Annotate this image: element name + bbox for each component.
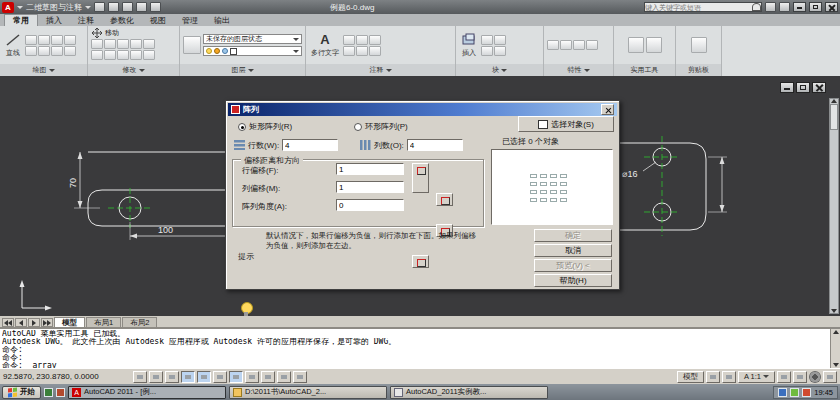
layer-on-bulb-icon[interactable] — [206, 48, 212, 54]
paste-icon[interactable] — [691, 37, 707, 53]
polar-array-option[interactable]: 环形阵列(P) — [354, 121, 408, 132]
tray-icon[interactable] — [802, 388, 811, 397]
canvas-vertical-scrollbar[interactable] — [829, 98, 839, 314]
lineweight-toggle[interactable] — [277, 371, 291, 383]
snap-toggle[interactable] — [133, 371, 147, 383]
command-scrollbar[interactable] — [830, 329, 840, 368]
row-offset-input[interactable] — [336, 163, 404, 175]
columns-input[interactable] — [407, 139, 463, 151]
taskbar-item-explorer[interactable]: D:\2011书\AutoCAD_2... — [229, 386, 387, 399]
panel-caption-layers[interactable]: 图层 — [180, 64, 305, 76]
dimension-icon[interactable] — [343, 35, 355, 45]
panel-caption-utilities[interactable]: 实用工具 — [614, 64, 675, 76]
maximize-button[interactable] — [809, 2, 822, 12]
last-tab-button[interactable] — [41, 318, 53, 327]
panel-caption-modify[interactable]: 修改 — [88, 64, 179, 76]
scale-icon[interactable] — [104, 50, 116, 60]
polar-toggle[interactable] — [181, 371, 195, 383]
rectangular-array-option[interactable]: 矩形阵列(R) — [238, 121, 292, 132]
quick-properties-toggle[interactable] — [293, 371, 307, 383]
close-button[interactable] — [825, 2, 838, 12]
next-tab-button[interactable] — [28, 318, 40, 327]
radio-icon[interactable] — [354, 123, 362, 131]
tab-output[interactable]: 输出 — [206, 14, 238, 26]
layer-lock-icon[interactable] — [222, 48, 228, 54]
fillet-icon[interactable] — [117, 39, 129, 49]
panel-caption-block[interactable]: 块 — [456, 64, 543, 76]
ok-button[interactable]: 确定 — [534, 229, 612, 242]
spline-icon[interactable] — [51, 46, 63, 56]
radio-selected-icon[interactable] — [238, 123, 246, 131]
offset-icon[interactable] — [130, 50, 142, 60]
clean-screen-icon[interactable] — [823, 371, 837, 383]
line-tool-button[interactable]: 直线 — [3, 33, 23, 58]
ime-tray-icon[interactable] — [778, 388, 787, 397]
circle-icon[interactable] — [38, 35, 50, 45]
dim-style-icon[interactable] — [356, 46, 368, 56]
minimize-button[interactable] — [793, 2, 806, 12]
quick-view-layouts-icon[interactable] — [706, 371, 720, 383]
edit-block-icon[interactable] — [494, 35, 506, 45]
copy-icon[interactable] — [91, 39, 103, 49]
ellipse-icon[interactable] — [25, 46, 37, 56]
help-button[interactable]: 帮助(H) — [534, 274, 612, 287]
search-icon[interactable] — [752, 3, 761, 11]
tab-home[interactable]: 常用 — [4, 14, 38, 26]
start-button[interactable]: 开始 — [2, 386, 41, 399]
app-menu-chevron-icon[interactable] — [17, 6, 23, 9]
tab-parametric[interactable]: 参数化 — [102, 14, 142, 26]
scroll-up-icon[interactable] — [831, 99, 837, 103]
move-tool-button[interactable]: 移动 — [91, 28, 119, 38]
quick-launch-icon[interactable] — [56, 388, 65, 397]
lineweight-icon[interactable] — [573, 40, 585, 50]
measure-icon[interactable] — [628, 37, 644, 53]
erase-icon[interactable] — [91, 50, 103, 60]
favorites-icon[interactable] — [779, 2, 790, 12]
communication-center-icon[interactable] — [765, 2, 776, 12]
match-properties-icon[interactable] — [586, 40, 598, 50]
panel-caption-draw[interactable]: 绘图 — [0, 64, 87, 76]
array-icon[interactable] — [117, 50, 129, 60]
autoscale-icon[interactable] — [793, 371, 807, 383]
mirror-icon[interactable] — [104, 39, 116, 49]
cancel-button[interactable]: 取消 — [534, 244, 612, 257]
tab-model[interactable]: 模型 — [54, 317, 85, 327]
dyn-toggle[interactable] — [261, 371, 275, 383]
tray-icon[interactable] — [790, 388, 799, 397]
grid-toggle[interactable] — [149, 371, 163, 383]
rectangle-icon[interactable] — [64, 35, 76, 45]
tab-layout1[interactable]: 布局1 — [86, 317, 121, 327]
mleader-style-icon[interactable] — [369, 46, 381, 56]
select-objects-button[interactable]: 选择对象(S) — [518, 116, 614, 132]
arc-icon[interactable] — [51, 35, 63, 45]
layer-properties-icon[interactable] — [183, 36, 201, 54]
insert-block-button[interactable]: 插入 — [459, 33, 479, 58]
taskbar-item-document[interactable]: AutoCAD_2011实例教... — [390, 386, 548, 399]
bylayer-color-icon[interactable] — [547, 40, 559, 50]
tab-manage[interactable]: 管理 — [174, 14, 206, 26]
autocad-logo-icon[interactable]: A — [2, 2, 14, 13]
tab-insert[interactable]: 插入 — [38, 14, 70, 26]
scrollbar-thumb[interactable] — [830, 104, 838, 130]
scroll-down-icon[interactable] — [833, 363, 839, 367]
plot-button[interactable] — [122, 2, 133, 12]
annotation-visibility-icon[interactable] — [777, 371, 791, 383]
layer-combo[interactable] — [203, 46, 302, 56]
stretch-icon[interactable] — [143, 50, 155, 60]
rows-input[interactable] — [282, 139, 338, 151]
quick-launch-icon[interactable] — [44, 388, 53, 397]
table-icon[interactable] — [369, 35, 381, 45]
layer-color-swatch[interactable] — [230, 48, 237, 55]
otrack-toggle[interactable] — [229, 371, 243, 383]
dialog-title-bar[interactable]: 阵列 — [228, 103, 617, 116]
doc-minimize-button[interactable] — [780, 82, 794, 93]
layer-freeze-sun-icon[interactable] — [214, 48, 220, 54]
first-tab-button[interactable] — [2, 318, 14, 327]
create-block-icon[interactable] — [481, 35, 493, 45]
redo-button[interactable] — [150, 2, 161, 12]
tab-annotate[interactable]: 注释 — [70, 14, 102, 26]
ducs-toggle[interactable] — [245, 371, 259, 383]
hatch-icon[interactable] — [38, 46, 50, 56]
preview-button[interactable]: 预览(V) < — [534, 259, 612, 272]
open-button[interactable] — [94, 2, 105, 12]
